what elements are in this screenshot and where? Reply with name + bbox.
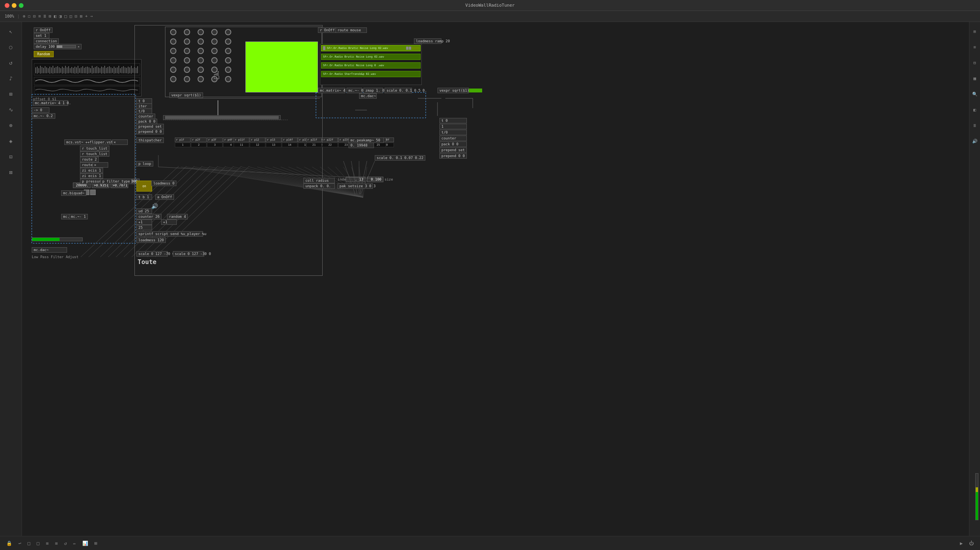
sidebar-tool-diamond[interactable]: ◈ <box>5 135 17 147</box>
bottom-undo[interactable]: ↩ <box>17 540 23 547</box>
counter-node[interactable]: counter <box>136 114 155 119</box>
right-pack[interactable]: pack 0 0 <box>439 141 467 147</box>
random4-node[interactable]: random 4 <box>167 214 188 219</box>
mc-dac-right[interactable]: mc.dac~ <box>359 93 377 99</box>
bottom-chart[interactable]: 📊 <box>81 540 90 547</box>
sidebar-tool-pointer[interactable]: ↖ <box>5 25 17 38</box>
audio-file-1[interactable]: SFr.Or.Radio Brutic Noise Long 02.wav <box>321 45 421 51</box>
close-route[interactable]: ✕ <box>93 162 108 168</box>
ud-25-node[interactable]: ud 25 <box>136 208 152 214</box>
filter-type-node[interactable]: p filter_type <box>100 179 132 184</box>
p-node-3[interactable]: r p3f <box>207 138 223 142</box>
pnum-14[interactable]: 14 <box>282 143 298 147</box>
pnum-21[interactable]: 21 <box>306 143 322 147</box>
p-fill-node[interactable] <box>163 115 281 120</box>
pack-node[interactable]: pack 0 0 <box>136 119 157 124</box>
delay-close[interactable]: ✕ <box>78 45 80 49</box>
right-icon-grid[interactable]: ⊞ <box>969 25 980 38</box>
t-b1-node[interactable]: t b 1 <box>136 194 152 200</box>
zoom-level[interactable]: 100% <box>3 13 16 19</box>
zi-ecis-2[interactable]: zi ecis 1 <box>80 173 103 179</box>
vexpr-node-2[interactable]: vexpr sqrt($1) <box>437 88 469 93</box>
route2-node[interactable]: route 2 <box>80 157 99 162</box>
index-13-box[interactable]: . 13 <box>346 177 365 182</box>
r-onoff-node-1[interactable]: r OnOff <box>34 27 53 33</box>
vexpr-node-1[interactable]: vexpr sqrt($1) <box>169 92 203 98</box>
num-25-node[interactable]: 25 <box>136 225 152 230</box>
progress-track[interactable] <box>32 237 83 241</box>
iter-node[interactable]: iter <box>136 103 152 109</box>
matrix-node-neg0[interactable]: -> 0 <box>32 107 49 113</box>
toolbar-icons[interactable]: ⊕ ◻ ⊟ ≡ ≣ ⊞ ◧ ◨ □ ◫ ⊡ ⊠ + → <box>21 13 94 20</box>
delay-slider-track[interactable] <box>56 45 76 48</box>
pak-setsize-node[interactable]: pak setsize 3 0 3 <box>338 183 373 189</box>
r-touch-list-1[interactable]: r touch_list <box>80 146 109 151</box>
sidebar-tool-box1[interactable]: ⊡ <box>5 150 17 163</box>
scale-node-3[interactable]: scale 0 127 -70 0 <box>136 251 168 257</box>
right-icon-lines[interactable]: ≡ <box>969 41 980 53</box>
sidebar-tool-box2[interactable]: ⊠ <box>5 166 17 179</box>
peakamp-val-node[interactable]: 0. 19948 <box>348 143 374 148</box>
sprintf-node[interactable]: sprintf script send %u_player %u <box>136 231 203 237</box>
sidebar-tool-scroll[interactable]: ↺ <box>5 56 17 69</box>
mc-peakamp-node[interactable]: mc.peakamp~ 50 <box>348 138 384 143</box>
zmap-right[interactable]: zmap 1. 0. 1. 0. <box>363 88 383 93</box>
pnum-3[interactable]: 3 <box>207 143 223 147</box>
pnum-12[interactable]: 12 <box>250 143 265 147</box>
plus1b-node[interactable]: +1 <box>161 219 177 225</box>
sidebar-tool-x[interactable]: ⊗ <box>5 119 17 132</box>
bottom-grid[interactable]: ⊞ <box>93 540 99 547</box>
pnum-13[interactable]: 13 <box>266 143 281 147</box>
close-mcs[interactable]: ✕ <box>112 139 128 145</box>
audio-file-3[interactable]: SFr.Or.Radio Brutic Noise Long 0 .wav <box>321 62 421 69</box>
scale-node-2[interactable]: scale 0. 0.1 0.07 0.22 <box>375 155 425 161</box>
p-node-13[interactable]: r p13 <box>266 138 281 142</box>
right-icon-minus[interactable]: ⊟ <box>969 56 980 69</box>
sidebar-tool-audio[interactable]: ♪ <box>5 72 17 85</box>
right-icon-menu[interactable]: ≣ <box>969 119 980 132</box>
scale-node-4[interactable]: scale 0 127 -30 0 <box>173 251 204 257</box>
p-node-21[interactable]: r p21f <box>306 138 322 142</box>
right-iter[interactable]: 1 <box>439 124 467 129</box>
counter-26-node[interactable]: counter 26 <box>136 214 162 219</box>
prepend-00-node[interactable]: prepend 0 0 <box>136 129 164 134</box>
route-mouse-node[interactable]: route mouse <box>336 27 367 33</box>
on-toggle[interactable]: on <box>136 181 152 192</box>
bottom-lines1[interactable]: ≡ <box>44 540 50 547</box>
zi-ecis-1[interactable]: zi ecis 1 <box>80 168 103 173</box>
pnum-2[interactable]: 2 <box>191 143 207 147</box>
pnum-1[interactable]: 1 <box>175 143 191 147</box>
right-icon-search[interactable]: 🔍 <box>969 88 980 100</box>
p-node-2[interactable]: r p2f <box>191 138 207 142</box>
connection-node[interactable]: connection <box>34 38 59 44</box>
right-icon-table[interactable]: ▦ <box>969 72 980 85</box>
p-node-11[interactable]: r p11f <box>234 138 249 142</box>
bottom-refresh[interactable]: ↺ <box>62 540 68 547</box>
p-node-1[interactable]: r p1f <box>175 138 191 142</box>
a-onoff-node[interactable]: a OnOff <box>155 194 174 200</box>
pnum-22[interactable]: 22 <box>322 143 338 147</box>
audio-btn-1b[interactable] <box>409 47 411 50</box>
minimize-button[interactable] <box>12 3 16 8</box>
bottom-lock[interactable]: 🔒 <box>5 540 14 547</box>
close-button[interactable] <box>5 3 9 8</box>
right-icon-speaker[interactable]: 🔊 <box>969 135 980 147</box>
sidebar-tool-grid[interactable]: ⊞ <box>5 88 17 100</box>
p-node-14[interactable]: r p14f <box>282 138 298 142</box>
audio-btn-1c[interactable] <box>412 47 419 50</box>
sidebar-tool-object[interactable]: ○ <box>5 41 17 53</box>
audio-btn-1a[interactable] <box>406 47 408 50</box>
audio-file-4[interactable]: SFr.Or.Radio SharTransb&p 02.wav <box>321 71 421 77</box>
unpack-node[interactable]: unpack 0. 0. <box>303 183 335 189</box>
r-onoff-node-2[interactable]: r OnOff <box>318 27 337 33</box>
t0-node-2[interactable]: t/0 <box>136 109 152 114</box>
audio-file-2[interactable]: SFr.Or.Radio Brutic Noise Long 02.wav <box>321 54 421 60</box>
bottom-box2[interactable]: □ <box>35 540 41 547</box>
scale1-right[interactable]: scale 0. 0.1 0.5 0. <box>385 88 412 93</box>
window-controls[interactable] <box>5 3 24 8</box>
set1-node[interactable]: set 1 <box>34 33 49 38</box>
mc-tilde-node[interactable]: mc.~- 0.2 <box>32 113 55 119</box>
bottom-play[interactable]: ▶ <box>958 540 964 547</box>
prepend-set-node[interactable]: prepend set <box>136 124 164 129</box>
loadmess-ramp-node[interactable]: loadmess ramp 20 <box>414 38 441 44</box>
